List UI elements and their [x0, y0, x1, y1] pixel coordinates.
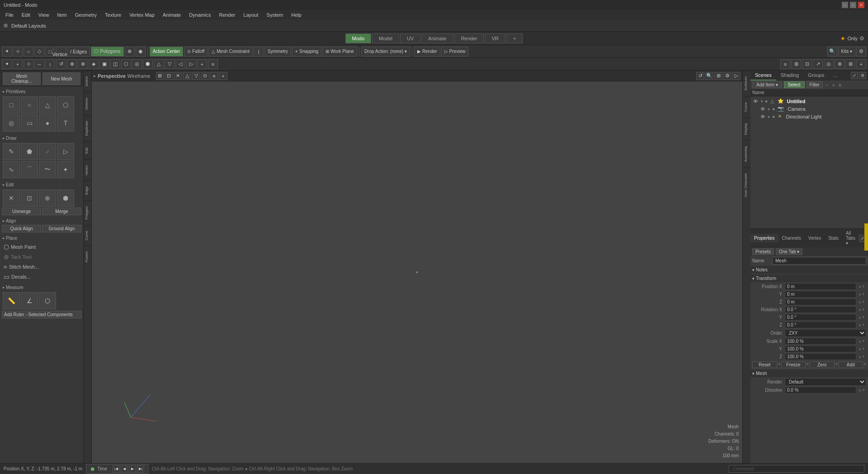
- vp-icon-orbit[interactable]: ↺: [696, 72, 704, 80]
- rot-y-arrow[interactable]: ▲▼: [857, 315, 866, 320]
- tb2-icon-14[interactable]: ⬢: [143, 59, 153, 69]
- draw-pen[interactable]: ✎: [3, 143, 20, 160]
- plus-camera[interactable]: +: [772, 106, 775, 112]
- menu-render[interactable]: Render: [215, 11, 239, 19]
- add-arrow[interactable]: ▾: [864, 361, 866, 368]
- maximize-button[interactable]: □: [850, 2, 856, 8]
- vis-icon-untitled[interactable]: 👁: [753, 99, 758, 104]
- edit-header[interactable]: Edit: [2, 181, 81, 189]
- rvert-tab-assembly[interactable]: Assembly: [743, 140, 750, 167]
- draw-edge[interactable]: ⟋: [39, 143, 56, 160]
- vis-icon-camera[interactable]: 👁: [760, 106, 765, 112]
- tb-falloff[interactable]: ⊙ Falloff: [184, 47, 208, 57]
- scene-filter-button[interactable]: Filter: [807, 81, 823, 88]
- vp-icon-settings[interactable]: ⚙: [723, 72, 731, 80]
- tack-tool-item[interactable]: ⊕ Tack Tool: [2, 252, 81, 262]
- tb-icon-vertices[interactable]: · Vertices: [56, 47, 66, 57]
- menu-vertexmap[interactable]: Vertex Map: [126, 11, 158, 19]
- tb2-right-8[interactable]: +: [856, 59, 866, 69]
- zero-arrow[interactable]: ▾: [835, 361, 838, 368]
- draw-bezier[interactable]: ⌒: [21, 161, 38, 178]
- menu-geometry[interactable]: Geometry: [71, 11, 100, 19]
- tab-scenes[interactable]: Scenes: [750, 71, 776, 81]
- tb-workplane[interactable]: ⊞ Work Plane: [322, 47, 357, 57]
- render-dropdown[interactable]: Default: [785, 378, 866, 386]
- tb2-icon-15[interactable]: △: [154, 59, 164, 69]
- tab-vr[interactable]: VR: [485, 33, 505, 43]
- draw-paint[interactable]: ✦: [57, 161, 74, 178]
- scene-minus-button[interactable]: −: [825, 82, 829, 88]
- search-icon[interactable]: 🔍: [827, 47, 837, 57]
- reset-button[interactable]: Reset: [752, 361, 777, 368]
- tb2-icon-18[interactable]: ▷: [186, 59, 196, 69]
- prim-cylinder[interactable]: ⬡: [57, 96, 74, 114]
- add-button[interactable]: Add: [839, 361, 863, 368]
- tab-shading[interactable]: Shading: [776, 71, 803, 81]
- tb2-icon-12[interactable]: ⬡: [121, 59, 131, 69]
- tab-model[interactable]: Model: [372, 33, 399, 43]
- tab-uv[interactable]: UV: [400, 33, 420, 43]
- tb2-icon-5[interactable]: ↕: [45, 59, 55, 69]
- vp-icon-7[interactable]: ≡: [210, 72, 218, 80]
- edit-move[interactable]: ✕: [3, 190, 20, 207]
- menu-texture[interactable]: Texture: [101, 11, 125, 19]
- lvert-tab-curve[interactable]: Curve: [84, 225, 91, 246]
- notes-section[interactable]: Notes: [750, 266, 868, 274]
- menu-view[interactable]: View: [35, 11, 53, 19]
- lvert-tab-select[interactable]: Select: [84, 71, 91, 92]
- tb-icon-2[interactable]: ⊹: [13, 47, 23, 57]
- vp-icon-fit[interactable]: ⊞: [714, 72, 722, 80]
- tab-channels[interactable]: Channels: [778, 234, 805, 242]
- perspective-label[interactable]: Perspective: [98, 73, 126, 79]
- tab-all-tabs[interactable]: All Tabs ▾: [842, 229, 859, 247]
- scene-settings-icon[interactable]: ⚙: [859, 72, 866, 79]
- expand-untitled[interactable]: ▾: [761, 99, 763, 104]
- rvert-tab-surfaces[interactable]: Surfaces: [743, 71, 750, 96]
- tb2-right-5[interactable]: ◎: [824, 59, 834, 69]
- lvert-tab-deform[interactable]: Deform: [84, 92, 91, 115]
- presets-button[interactable]: Presets: [752, 248, 774, 255]
- tb2-icon-4[interactable]: ↔: [34, 59, 44, 69]
- add-ruler-button[interactable]: Add Ruler - Selected Components: [2, 311, 81, 318]
- tb2-icon-9[interactable]: ◈: [89, 59, 99, 69]
- tb2-icon-2[interactable]: +: [13, 59, 23, 69]
- draw-sketch[interactable]: 〜: [39, 161, 56, 178]
- vp-icon-2[interactable]: ⊡: [165, 72, 173, 80]
- prim-sphere[interactable]: ○: [21, 96, 38, 114]
- tb2-right-6[interactable]: ⊕: [835, 59, 844, 69]
- mesh-paint-item[interactable]: ⬡ Mesh Paint: [2, 242, 81, 252]
- expand-camera[interactable]: ▸: [768, 107, 770, 111]
- freeze-arrow[interactable]: ▾: [807, 361, 809, 368]
- tb-symmetry[interactable]: Symmetry: [264, 47, 291, 57]
- tab-render[interactable]: Render: [454, 33, 484, 43]
- prim-torus[interactable]: ◎: [3, 114, 20, 132]
- time-btn-2[interactable]: ◀: [121, 465, 128, 473]
- tb2-right-1[interactable]: ≡: [780, 59, 790, 69]
- tb2-icon-8[interactable]: ⊗: [78, 59, 88, 69]
- one-tab-button[interactable]: One Tab ▾: [776, 248, 802, 255]
- tb-action-center[interactable]: Action Center: [150, 47, 184, 57]
- lvert-tab-vertex[interactable]: Vertex: [84, 159, 91, 181]
- rot-z-arrow[interactable]: ▲▼: [857, 322, 866, 327]
- prim-cube[interactable]: □: [3, 96, 20, 114]
- menu-file[interactable]: File: [2, 11, 17, 19]
- prim-text[interactable]: T: [57, 114, 74, 132]
- scene-options-button[interactable]: ≡: [838, 82, 842, 88]
- prim-cone[interactable]: △: [39, 96, 56, 114]
- menu-dynamics[interactable]: Dynamics: [185, 11, 214, 19]
- vp-icon-1[interactable]: ⊞: [156, 72, 164, 80]
- star-icon[interactable]: ★: [840, 35, 845, 42]
- tb2-icon-3[interactable]: ⊹: [24, 59, 33, 69]
- settings-toolbar-icon[interactable]: ⚙: [856, 47, 866, 57]
- lvert-tab-fusion[interactable]: Fusion: [84, 246, 91, 268]
- tb2-right-7[interactable]: ⊞: [845, 59, 855, 69]
- prim-disc[interactable]: ●: [39, 114, 56, 132]
- plus-light[interactable]: +: [772, 114, 775, 119]
- expand-light[interactable]: ▸: [768, 114, 770, 119]
- wireframe-label[interactable]: Wireframe: [127, 73, 151, 79]
- tb-icon-1[interactable]: ✦: [2, 47, 12, 57]
- vp-icon-3[interactable]: ✕: [174, 72, 182, 80]
- rvert-tab-display[interactable]: Display: [743, 117, 750, 140]
- minimize-button[interactable]: ─: [842, 2, 848, 8]
- dissolve-arrow[interactable]: ▲▼: [857, 388, 866, 393]
